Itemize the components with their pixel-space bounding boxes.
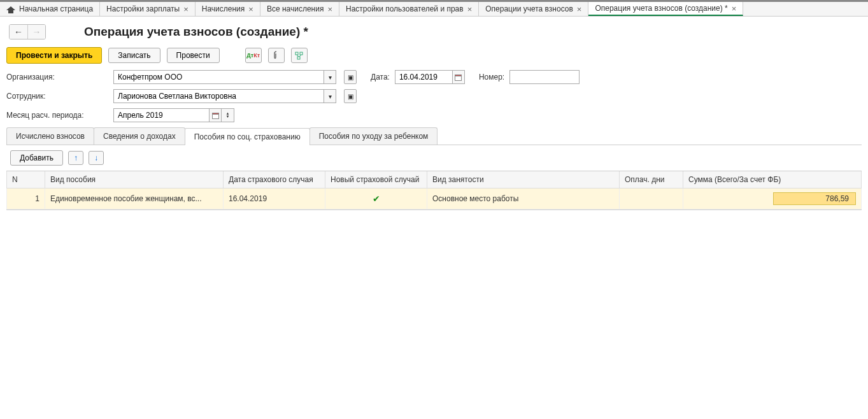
cell-paid-days[interactable] — [620, 188, 683, 210]
inner-tabs: Исчислено взносовСведения о доходахПособ… — [6, 127, 862, 145]
col-n: N — [7, 171, 45, 188]
col-benefit-type: Вид пособия — [45, 171, 224, 188]
number-field — [509, 70, 580, 84]
close-icon[interactable]: × — [467, 4, 473, 14]
top-tab-bar: Начальная страницаНастройки зарплаты×Нач… — [0, 0, 868, 17]
top-tab[interactable]: Настройки пользователей и прав× — [339, 2, 479, 16]
org-input[interactable] — [113, 70, 324, 84]
svg-rect-6 — [212, 113, 218, 114]
attachment-icon[interactable] — [268, 48, 285, 63]
home-icon — [6, 4, 15, 13]
svg-rect-0 — [295, 52, 298, 55]
structure-icon[interactable] — [291, 48, 308, 63]
inner-tab[interactable]: Сведения о доходах — [94, 127, 185, 145]
close-icon[interactable]: × — [248, 4, 253, 14]
top-tab[interactable]: Все начисления× — [260, 2, 339, 16]
top-tab[interactable]: Начисления× — [196, 2, 260, 16]
page-header: ← → Операция учета взносов (создание) * — [0, 17, 868, 45]
spinner-icon[interactable]: ▲▼ — [222, 108, 234, 122]
close-icon[interactable]: × — [577, 4, 582, 14]
number-input[interactable] — [509, 70, 580, 84]
top-tab[interactable]: Операция учета взносов (создание) *× — [588, 2, 743, 16]
dt-kt-icon[interactable]: ДтКт — [245, 48, 262, 63]
tab-label: Начисления — [202, 4, 245, 13]
top-tab[interactable]: Начальная страница — [0, 2, 100, 16]
calendar-icon[interactable] — [209, 108, 222, 122]
nav-forward-button[interactable]: → — [27, 25, 45, 39]
svg-rect-4 — [455, 75, 462, 76]
tab-label: Все начисления — [267, 4, 324, 13]
close-icon[interactable]: × — [183, 4, 189, 14]
inner-tab[interactable]: Пособия по соц. страхованию — [185, 128, 310, 145]
tab-label: Настройки зарплаты — [106, 4, 180, 13]
col-paid-days: Оплач. дни — [620, 171, 683, 188]
post-button[interactable]: Провести — [167, 48, 220, 63]
move-up-button[interactable]: ↑ — [68, 151, 83, 165]
inner-tab[interactable]: Пособия по уходу за ребенком — [309, 127, 438, 145]
table-row[interactable]: 1Единовременное пособие женщинам, вс...1… — [7, 188, 862, 210]
main-toolbar: Провести и закрыть Записать Провести ДтК… — [0, 45, 868, 70]
dropdown-icon[interactable]: ▾ — [324, 70, 336, 84]
employee-open-button[interactable]: ▣ — [344, 89, 357, 103]
nav-back-button[interactable]: ← — [10, 25, 27, 39]
tab-label: Операция учета взносов (создание) * — [595, 4, 727, 13]
checkmark-icon: ✔ — [373, 194, 380, 204]
cell-employment-type[interactable]: Основное место работы — [427, 188, 620, 210]
period-label: Месяц расч. периода: — [6, 111, 108, 120]
sum-value[interactable]: 786,59 — [773, 192, 856, 205]
tab-label: Настройки пользователей и прав — [346, 4, 464, 13]
col-new-case: Новый страховой случай — [325, 171, 427, 188]
org-label: Организация: — [6, 73, 108, 82]
cell-insurance-date[interactable]: 16.04.2019 — [224, 188, 325, 210]
calendar-icon[interactable] — [452, 70, 465, 84]
top-tab[interactable]: Операции учета взносов× — [479, 2, 588, 16]
dropdown-icon[interactable]: ▾ — [324, 89, 336, 103]
close-icon[interactable]: × — [327, 4, 332, 14]
period-input[interactable] — [113, 108, 209, 122]
employee-input[interactable] — [113, 89, 324, 103]
date-label: Дата: — [371, 73, 390, 82]
cell-new-case[interactable]: ✔ — [325, 188, 427, 210]
cell-n: 1 — [7, 188, 45, 210]
period-field: ▲▼ — [113, 108, 234, 122]
svg-rect-1 — [300, 52, 302, 55]
save-button[interactable]: Записать — [108, 48, 160, 63]
date-field — [395, 70, 465, 84]
org-open-button[interactable]: ▣ — [344, 70, 357, 84]
top-tab[interactable]: Настройки зарплаты× — [100, 2, 196, 16]
move-down-button[interactable]: ↓ — [89, 151, 104, 165]
col-employment-type: Вид занятости — [427, 171, 620, 188]
employee-field: ▾ — [113, 89, 336, 103]
tab-label: Операции учета взносов — [485, 4, 573, 13]
close-icon[interactable]: × — [732, 4, 737, 13]
nav-buttons: ← → — [9, 24, 46, 39]
benefits-grid: N Вид пособия Дата страхового случая Нов… — [6, 171, 862, 210]
cell-sum[interactable]: 786,59 — [683, 188, 862, 210]
col-sum: Сумма (Всего/За счет ФБ) — [683, 171, 862, 188]
inner-tab[interactable]: Исчислено взносов — [6, 127, 94, 145]
form-area: Организация: ▾ ▣ Дата: Номер: Сотрудник:… — [0, 70, 868, 122]
employee-label: Сотрудник: — [6, 92, 108, 101]
org-field: ▾ — [113, 70, 336, 84]
table-toolbar: Добавить ↑ ↓ — [0, 145, 868, 171]
page-title: Операция учета взносов (создание) * — [84, 25, 308, 39]
tab-label: Начальная страница — [19, 4, 93, 13]
number-label: Номер: — [479, 73, 504, 82]
post-and-close-button[interactable]: Провести и закрыть — [6, 47, 102, 64]
svg-rect-2 — [297, 57, 300, 59]
add-row-button[interactable]: Добавить — [10, 150, 63, 166]
cell-benefit-type[interactable]: Единовременное пособие женщинам, вс... — [45, 188, 224, 210]
date-input[interactable] — [395, 70, 452, 84]
col-insurance-date: Дата страхового случая — [224, 171, 325, 188]
